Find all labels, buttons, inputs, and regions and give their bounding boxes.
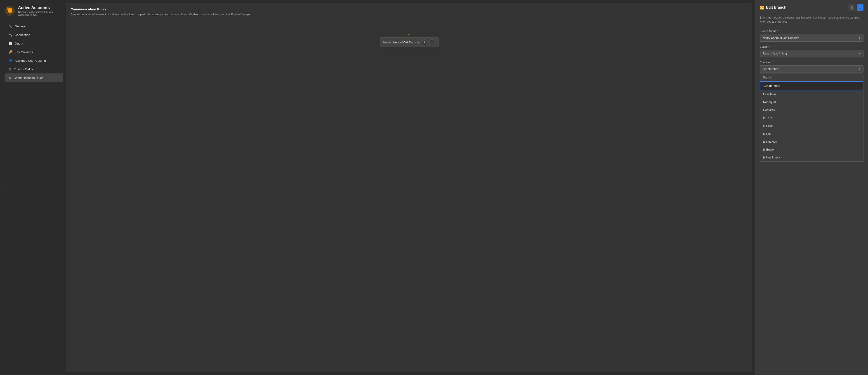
branch-name-label: Branch Name *	[760, 30, 864, 33]
sidebar-item-label-assigned-user-column: Assigned User Column	[15, 59, 46, 62]
wrench-icon: 🔧	[8, 24, 12, 28]
main-content: Communication Rules Create communication…	[63, 0, 755, 375]
app-title: Active Accounts	[18, 5, 60, 10]
edit-branch-title-text: Edit Branch	[766, 5, 786, 9]
comm-rules-title: Communication Rules	[70, 7, 748, 11]
edit-branch-form: Branch Name * Notify Users of Old Record…	[755, 26, 868, 73]
condition-dropdown-menu: Equals Greater than Less than Not equal …	[760, 73, 864, 162]
sidebar-item-communication-rules[interactable]: ✉ Communication Rules	[5, 73, 63, 82]
branch-name-select-wrapper: Notify Users of Old Records ▼	[760, 34, 864, 41]
sidebar-item-connection[interactable]: 🔧 Connection	[5, 31, 63, 39]
condition-option-is-false[interactable]: Is False	[760, 122, 863, 130]
condition-option-is-empty[interactable]: Is Empty	[760, 146, 863, 154]
app-subtitle: Navigate to the section that you would l…	[18, 11, 60, 16]
comm-rules-panel: Communication Rules Create communication…	[66, 3, 752, 372]
key-icon: 🔑	[8, 50, 12, 54]
condition-option-greater-than[interactable]: Greater than	[760, 82, 863, 90]
sidebar-nav: 🔧 General 🔧 Connection 📄 Query 🔑 Key Col…	[5, 22, 63, 82]
branch-name-input[interactable]: Notify Users of Old Records ▼	[760, 34, 864, 41]
sidebar-item-label-query: Query	[15, 42, 23, 45]
condition-option-is-null[interactable]: Is Null	[760, 130, 863, 138]
confirm-branch-button[interactable]: ✓	[857, 4, 864, 11]
delete-branch-button[interactable]: 🗑	[848, 4, 855, 11]
sidebar-item-label-custom-fields: Custom Fields	[13, 68, 33, 71]
condition-option-contains[interactable]: Contains	[760, 106, 863, 114]
condition-label: Condition *	[760, 61, 864, 64]
sidebar-header: Active Accounts Navigate to the section …	[5, 0, 63, 20]
condition-option-is-not-null[interactable]: Is Not Null	[760, 138, 863, 146]
chevron-right-icon: ›	[2, 186, 2, 189]
sidebar-collapse-button[interactable]: ›	[0, 186, 4, 189]
branch-diagram-area: ⇄ Notify Users of Old Records + +	[70, 23, 748, 47]
condition-option-less-than[interactable]: Less than	[760, 90, 863, 98]
condition-required: *	[772, 61, 773, 64]
column-select-wrapper: Record Age (mins) ▼	[760, 50, 864, 57]
sidebar-item-label-communication-rules: Communication Rules	[13, 76, 43, 80]
sidebar-title-group: Active Accounts Navigate to the section …	[18, 5, 60, 16]
column-required: *	[770, 45, 771, 49]
condition-current-value: Greater than	[763, 67, 779, 71]
branch-connector-top	[409, 28, 409, 32]
comm-rules-description: Create communication rules to distribute…	[70, 12, 748, 17]
sidebar-item-label-key-columns: Key Columns	[15, 51, 33, 54]
condition-wrapper: Greater than ▼ Equals Greater than Less …	[760, 65, 864, 73]
document-icon: 📄	[8, 41, 12, 45]
branch-node: Notify Users of Old Records + +	[380, 37, 438, 47]
branch-node-label: Notify Users of Old Records	[383, 41, 420, 44]
column-label: Column *	[760, 45, 864, 49]
branch-name-required: *	[777, 30, 778, 33]
condition-option-is-true[interactable]: Is True	[760, 114, 863, 122]
condition-option-equals[interactable]: Equals	[760, 73, 863, 82]
sidebar-item-query[interactable]: 📄 Query	[5, 39, 63, 48]
condition-option-is-not-empty[interactable]: Is Not Empty	[760, 154, 863, 161]
condition-select-display[interactable]: Greater than ▼	[760, 65, 864, 73]
sidebar-item-key-columns[interactable]: 🔑 Key Columns	[5, 48, 63, 56]
mail-icon: ✉	[8, 76, 11, 80]
edit-branch-description: Branches help you distribute rows based …	[755, 13, 868, 26]
sidebar-item-label-general: General	[15, 25, 26, 28]
condition-chevron: ▼	[858, 68, 861, 70]
column-chevron: ▼	[858, 52, 861, 55]
branch-name-value: Notify Users of Old Records	[763, 36, 799, 39]
edit-branch-title: 🔀 Edit Branch	[760, 5, 786, 10]
branch-top-icon: ⇄	[408, 32, 410, 36]
branch-name-chevron: ▼	[858, 37, 861, 39]
branch-add-button-1[interactable]: +	[422, 39, 428, 45]
sidebar-item-assigned-user-column[interactable]: 👤 Assigned User Column	[5, 56, 63, 65]
edit-branch-actions: 🗑 ✓	[848, 4, 864, 11]
column-value: Record Age (mins)	[763, 52, 787, 55]
branch-add-button-2[interactable]: +	[429, 39, 435, 45]
branch-title-icon: 🔀	[760, 5, 764, 10]
grid-icon: ⊞	[8, 67, 11, 71]
sidebar-item-general[interactable]: 🔧 General	[5, 22, 63, 31]
sidebar: Active Accounts Navigate to the section …	[0, 0, 63, 375]
column-select[interactable]: Record Age (mins) ▼	[760, 50, 864, 57]
sidebar-item-label-connection: Connection	[15, 33, 30, 37]
condition-option-not-equal[interactable]: Not equal	[760, 98, 863, 106]
user-icon: 👤	[8, 59, 12, 62]
svg-point-2	[7, 8, 8, 9]
bell-icon	[5, 6, 15, 16]
sidebar-item-custom-fields[interactable]: ⊞ Custom Fields	[5, 65, 63, 73]
edit-branch-panel: 🔀 Edit Branch 🗑 ✓ Branches help you dist…	[755, 0, 868, 375]
connection-icon: 🔧	[8, 33, 12, 37]
edit-branch-header: 🔀 Edit Branch 🗑 ✓	[755, 0, 868, 13]
